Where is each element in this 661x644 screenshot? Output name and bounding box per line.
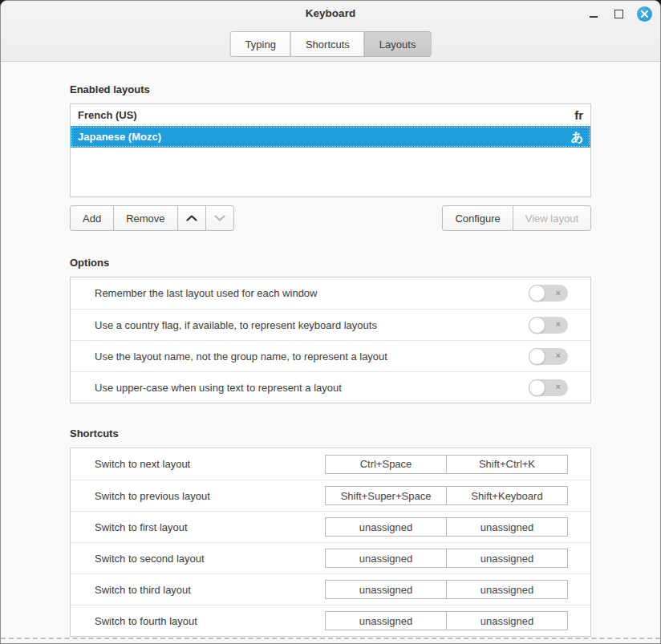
options-heading: Options bbox=[70, 256, 591, 269]
shortcuts-heading: Shortcuts bbox=[70, 427, 591, 440]
tab-typing-label: Typing bbox=[245, 38, 276, 51]
toggle-country-flag[interactable]: × bbox=[529, 317, 568, 334]
keybind-group: Ctrl+Space Shift+Ctrl+K bbox=[325, 455, 568, 474]
keybind-field-1[interactable]: Shift+Super+Space bbox=[325, 486, 447, 505]
window-header: Keyboard Typing bbox=[1, 1, 660, 62]
toggle-knob bbox=[529, 285, 545, 302]
window-controls bbox=[586, 1, 652, 27]
option-label: Use the layout name, not the group name,… bbox=[95, 350, 387, 363]
layout-name: Japanese (Mozc) bbox=[78, 131, 161, 143]
layout-name: French (US) bbox=[78, 109, 137, 121]
options-panel: Remember the last layout used for each w… bbox=[70, 277, 591, 403]
toggle-layout-name[interactable]: × bbox=[529, 348, 568, 365]
move-layout-up-button[interactable] bbox=[177, 205, 206, 231]
layouts-page: Enabled layouts French (US) fr Japanese … bbox=[1, 62, 660, 643]
option-row-remember-layout: Remember the last layout used for each w… bbox=[71, 277, 590, 309]
keybind-field-2[interactable]: Shift+Keyboard bbox=[446, 486, 568, 505]
shortcuts-panel: Switch to next layout Ctrl+Space Shift+C… bbox=[70, 448, 591, 637]
tab-switcher: Typing Shortcuts Layouts bbox=[230, 31, 432, 57]
close-button[interactable] bbox=[637, 6, 652, 22]
keybind-group: Shift+Super+Space Shift+Keyboard bbox=[325, 486, 568, 505]
scroll-undershoot-indicator bbox=[1, 638, 660, 639]
toggle-knob bbox=[529, 379, 545, 396]
maximize-icon bbox=[614, 10, 623, 18]
toggle-upper-case[interactable]: × bbox=[529, 379, 568, 396]
keybind-field-2[interactable]: Shift+Ctrl+K bbox=[446, 455, 568, 474]
keybind-field-2[interactable]: unassigned bbox=[446, 580, 568, 599]
option-label: Use upper-case when using text to repres… bbox=[95, 382, 342, 394]
shortcut-label: Switch to next layout bbox=[95, 458, 325, 470]
toggle-off-icon: × bbox=[556, 383, 561, 391]
shortcut-label: Switch to fourth layout bbox=[95, 615, 325, 627]
chevron-up-icon bbox=[186, 215, 197, 221]
keybind-group: unassigned unassigned bbox=[325, 549, 568, 568]
shortcut-label: Switch to second layout bbox=[95, 553, 325, 565]
option-row-upper-case: Use upper-case when using text to repres… bbox=[71, 371, 590, 403]
keybind-group: unassigned unassigned bbox=[325, 580, 568, 599]
option-label: Use a country flag, if available, to rep… bbox=[95, 319, 377, 331]
toggle-off-icon: × bbox=[556, 351, 561, 360]
keybind-field-2[interactable]: unassigned bbox=[446, 517, 568, 537]
layout-config-button-group: Configure View layout bbox=[442, 205, 591, 231]
enabled-layouts-heading: Enabled layouts bbox=[70, 83, 591, 96]
keybind-field-1[interactable]: unassigned bbox=[325, 580, 447, 599]
minimize-icon bbox=[590, 16, 598, 18]
shortcut-label: Switch to third layout bbox=[95, 584, 325, 596]
toggle-knob bbox=[529, 317, 545, 334]
close-icon bbox=[641, 10, 648, 18]
toggle-off-icon: × bbox=[556, 289, 561, 298]
tab-shortcuts[interactable]: Shortcuts bbox=[290, 31, 365, 57]
shortcut-row-previous-layout: Switch to previous layout Shift+Super+Sp… bbox=[71, 480, 590, 511]
keybind-field-1[interactable]: unassigned bbox=[325, 549, 447, 568]
layout-indicator-badge: あ bbox=[571, 131, 583, 143]
keybind-field-1[interactable]: unassigned bbox=[325, 611, 447, 630]
tab-shortcuts-label: Shortcuts bbox=[306, 38, 350, 51]
titlebar[interactable]: Keyboard bbox=[1, 1, 660, 27]
configure-label: Configure bbox=[455, 213, 500, 225]
shortcut-row-second-layout: Switch to second layout unassigned unass… bbox=[71, 542, 590, 573]
toggle-remember-layout[interactable]: × bbox=[529, 285, 568, 302]
layout-indicator-badge: fr bbox=[574, 109, 583, 121]
shortcut-row-next-layout: Switch to next layout Ctrl+Space Shift+C… bbox=[71, 448, 590, 480]
list-edit-button-group: Add Remove bbox=[70, 205, 234, 231]
remove-layout-label: Remove bbox=[126, 213, 164, 225]
option-row-country-flag: Use a country flag, if available, to rep… bbox=[71, 309, 590, 340]
view-layout-button[interactable]: View layout bbox=[513, 205, 591, 231]
window-title: Keyboard bbox=[1, 7, 660, 19]
layout-row-japanese[interactable]: Japanese (Mozc) あ bbox=[71, 126, 590, 148]
option-row-layout-name: Use the layout name, not the group name,… bbox=[71, 340, 590, 371]
keybind-field-2[interactable]: unassigned bbox=[446, 611, 568, 630]
shortcut-row-first-layout: Switch to first layout unassigned unassi… bbox=[71, 511, 590, 542]
tab-layouts[interactable]: Layouts bbox=[364, 31, 432, 57]
shortcut-label: Switch to previous layout bbox=[95, 490, 325, 502]
maximize-button[interactable] bbox=[611, 6, 627, 22]
keybind-field-1[interactable]: unassigned bbox=[325, 517, 447, 537]
shortcut-row-third-layout: Switch to third layout unassigned unassi… bbox=[71, 573, 590, 605]
layout-list-actions: Add Remove Configure bbox=[70, 205, 591, 231]
keybind-group: unassigned unassigned bbox=[325, 517, 568, 537]
chevron-down-icon bbox=[214, 215, 225, 221]
shortcut-label: Switch to first layout bbox=[95, 521, 325, 533]
remove-layout-button[interactable]: Remove bbox=[113, 205, 177, 231]
tab-layouts-label: Layouts bbox=[379, 38, 416, 51]
view-layout-label: View layout bbox=[525, 213, 578, 225]
move-layout-down-button[interactable] bbox=[205, 205, 234, 231]
keybind-group: unassigned unassigned bbox=[325, 611, 568, 630]
add-layout-label: Add bbox=[83, 213, 101, 225]
shortcut-row-fourth-layout: Switch to fourth layout unassigned unass… bbox=[71, 605, 590, 636]
keybind-field-1[interactable]: Ctrl+Space bbox=[325, 455, 447, 474]
layout-row-french[interactable]: French (US) fr bbox=[71, 104, 590, 126]
keybind-field-2[interactable]: unassigned bbox=[446, 549, 568, 568]
toggle-off-icon: × bbox=[556, 320, 561, 329]
enabled-layouts-list: French (US) fr Japanese (Mozc) あ bbox=[70, 103, 591, 197]
minimize-button[interactable] bbox=[586, 6, 601, 22]
keyboard-settings-window: Keyboard Typing bbox=[0, 0, 661, 644]
tab-typing[interactable]: Typing bbox=[230, 31, 291, 57]
add-layout-button[interactable]: Add bbox=[70, 205, 114, 231]
option-label: Remember the last layout used for each w… bbox=[95, 287, 317, 299]
configure-button[interactable]: Configure bbox=[442, 205, 513, 231]
toggle-knob bbox=[529, 348, 545, 365]
